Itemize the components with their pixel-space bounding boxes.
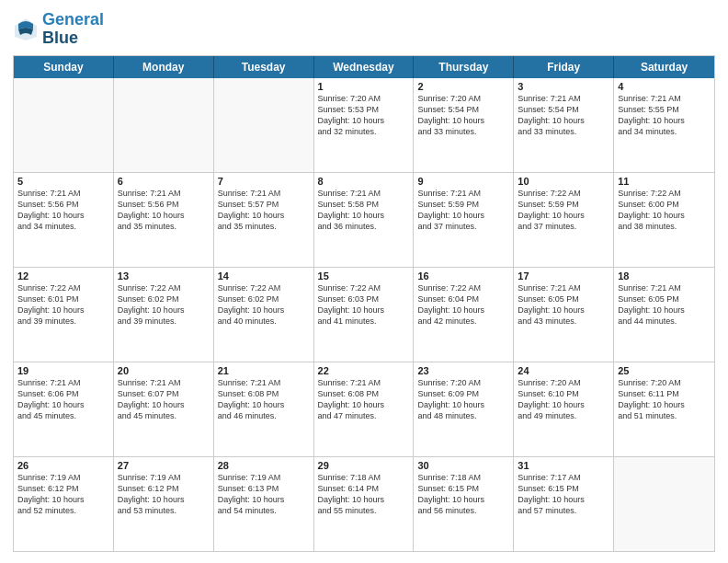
calendar-cell: 12Sunrise: 7:22 AM Sunset: 6:01 PM Dayli…	[14, 268, 114, 362]
calendar-cell: 5Sunrise: 7:21 AM Sunset: 5:56 PM Daylig…	[14, 173, 114, 267]
calendar-cell: 9Sunrise: 7:21 AM Sunset: 5:59 PM Daylig…	[414, 173, 514, 267]
calendar-week-4: 19Sunrise: 7:21 AM Sunset: 6:06 PM Dayli…	[14, 362, 714, 456]
day-info: Sunrise: 7:22 AM Sunset: 6:02 PM Dayligh…	[118, 282, 210, 327]
calendar-cell: 21Sunrise: 7:21 AM Sunset: 6:08 PM Dayli…	[214, 362, 314, 456]
day-number: 7	[218, 176, 310, 187]
day-number: 31	[518, 460, 609, 471]
day-number: 28	[218, 460, 310, 471]
calendar-cell: 29Sunrise: 7:18 AM Sunset: 6:14 PM Dayli…	[314, 457, 415, 551]
day-info: Sunrise: 7:21 AM Sunset: 5:56 PM Dayligh…	[17, 188, 109, 233]
header-day-saturday: Saturday	[614, 56, 714, 78]
day-info: Sunrise: 7:22 AM Sunset: 5:59 PM Dayligh…	[518, 188, 609, 233]
day-info: Sunrise: 7:17 AM Sunset: 6:15 PM Dayligh…	[518, 472, 609, 517]
calendar-cell: 1Sunrise: 7:20 AM Sunset: 5:53 PM Daylig…	[314, 78, 415, 172]
day-info: Sunrise: 7:19 AM Sunset: 6:12 PM Dayligh…	[118, 472, 210, 517]
calendar-cell: 26Sunrise: 7:19 AM Sunset: 6:12 PM Dayli…	[14, 457, 114, 551]
day-number: 27	[118, 460, 210, 471]
day-number: 15	[318, 270, 410, 282]
header-day-friday: Friday	[514, 56, 614, 78]
day-number: 2	[417, 81, 509, 92]
calendar-week-1: 1Sunrise: 7:20 AM Sunset: 5:53 PM Daylig…	[14, 78, 714, 172]
calendar-cell	[114, 78, 214, 172]
calendar-cell: 15Sunrise: 7:22 AM Sunset: 6:03 PM Dayli…	[314, 268, 415, 362]
day-number: 9	[417, 176, 509, 187]
calendar-cell: 24Sunrise: 7:20 AM Sunset: 6:10 PM Dayli…	[514, 362, 614, 456]
day-number: 1	[318, 81, 410, 92]
day-info: Sunrise: 7:21 AM Sunset: 5:54 PM Dayligh…	[518, 93, 609, 138]
calendar-cell: 27Sunrise: 7:19 AM Sunset: 6:12 PM Dayli…	[114, 457, 214, 551]
day-info: Sunrise: 7:21 AM Sunset: 5:55 PM Dayligh…	[618, 93, 711, 138]
day-info: Sunrise: 7:21 AM Sunset: 5:56 PM Dayligh…	[118, 188, 210, 233]
calendar-cell: 20Sunrise: 7:21 AM Sunset: 6:07 PM Dayli…	[114, 362, 214, 456]
day-number: 14	[218, 270, 310, 282]
calendar-cell: 13Sunrise: 7:22 AM Sunset: 6:02 PM Dayli…	[114, 268, 214, 362]
day-info: Sunrise: 7:22 AM Sunset: 6:03 PM Dayligh…	[318, 282, 410, 327]
day-info: Sunrise: 7:22 AM Sunset: 6:02 PM Dayligh…	[218, 282, 310, 327]
calendar-cell: 23Sunrise: 7:20 AM Sunset: 6:09 PM Dayli…	[414, 362, 514, 456]
calendar-cell: 22Sunrise: 7:21 AM Sunset: 6:08 PM Dayli…	[314, 362, 415, 456]
calendar-cell: 6Sunrise: 7:21 AM Sunset: 5:56 PM Daylig…	[114, 173, 214, 267]
day-info: Sunrise: 7:21 AM Sunset: 5:58 PM Dayligh…	[318, 188, 410, 233]
day-info: Sunrise: 7:21 AM Sunset: 6:05 PM Dayligh…	[618, 282, 711, 327]
header-day-thursday: Thursday	[414, 56, 514, 78]
page: General Blue SundayMondayTuesdayWednesda…	[0, 0, 728, 563]
calendar-cell: 4Sunrise: 7:21 AM Sunset: 5:55 PM Daylig…	[614, 78, 714, 172]
calendar-cell: 25Sunrise: 7:20 AM Sunset: 6:11 PM Dayli…	[614, 362, 714, 456]
day-number: 25	[618, 365, 711, 376]
calendar-cell: 11Sunrise: 7:22 AM Sunset: 6:00 PM Dayli…	[614, 173, 714, 267]
day-number: 26	[17, 460, 109, 471]
header-day-tuesday: Tuesday	[214, 56, 314, 78]
calendar-week-5: 26Sunrise: 7:19 AM Sunset: 6:12 PM Dayli…	[14, 456, 714, 551]
day-info: Sunrise: 7:20 AM Sunset: 5:53 PM Dayligh…	[318, 93, 410, 138]
day-number: 6	[118, 176, 210, 187]
day-info: Sunrise: 7:21 AM Sunset: 6:08 PM Dayligh…	[318, 377, 410, 422]
calendar-cell: 31Sunrise: 7:17 AM Sunset: 6:15 PM Dayli…	[514, 457, 614, 551]
logo-text: General Blue	[42, 11, 104, 48]
day-info: Sunrise: 7:21 AM Sunset: 6:05 PM Dayligh…	[518, 282, 609, 327]
calendar-body: 1Sunrise: 7:20 AM Sunset: 5:53 PM Daylig…	[14, 78, 714, 551]
calendar-cell: 18Sunrise: 7:21 AM Sunset: 6:05 PM Dayli…	[614, 268, 714, 362]
day-number: 5	[17, 176, 109, 187]
header-day-monday: Monday	[114, 56, 214, 78]
calendar-cell: 7Sunrise: 7:21 AM Sunset: 5:57 PM Daylig…	[214, 173, 314, 267]
calendar-cell: 28Sunrise: 7:19 AM Sunset: 6:13 PM Dayli…	[214, 457, 314, 551]
day-number: 4	[618, 81, 711, 92]
header: General Blue	[13, 11, 715, 48]
day-number: 11	[618, 176, 711, 187]
logo: General Blue	[13, 11, 104, 48]
day-info: Sunrise: 7:18 AM Sunset: 6:15 PM Dayligh…	[417, 472, 509, 517]
day-number: 3	[518, 81, 609, 92]
day-info: Sunrise: 7:21 AM Sunset: 6:06 PM Dayligh…	[17, 377, 109, 422]
day-number: 20	[118, 365, 210, 376]
day-number: 8	[318, 176, 410, 187]
calendar-week-3: 12Sunrise: 7:22 AM Sunset: 6:01 PM Dayli…	[14, 267, 714, 362]
day-info: Sunrise: 7:21 AM Sunset: 6:08 PM Dayligh…	[218, 377, 310, 422]
day-info: Sunrise: 7:21 AM Sunset: 5:59 PM Dayligh…	[417, 188, 509, 233]
day-info: Sunrise: 7:21 AM Sunset: 5:57 PM Dayligh…	[218, 188, 310, 233]
day-info: Sunrise: 7:19 AM Sunset: 6:13 PM Dayligh…	[218, 472, 310, 517]
calendar-cell	[614, 457, 714, 551]
day-number: 16	[417, 270, 509, 282]
day-number: 23	[417, 365, 509, 376]
day-info: Sunrise: 7:18 AM Sunset: 6:14 PM Dayligh…	[318, 472, 410, 517]
day-number: 13	[118, 270, 210, 282]
day-number: 10	[518, 176, 609, 187]
calendar-cell: 14Sunrise: 7:22 AM Sunset: 6:02 PM Dayli…	[214, 268, 314, 362]
day-number: 29	[318, 460, 410, 471]
day-number: 17	[518, 270, 609, 282]
day-number: 22	[318, 365, 410, 376]
logo-icon	[13, 17, 39, 42]
day-number: 21	[218, 365, 310, 376]
day-number: 19	[17, 365, 109, 376]
day-info: Sunrise: 7:22 AM Sunset: 6:04 PM Dayligh…	[417, 282, 509, 327]
day-info: Sunrise: 7:20 AM Sunset: 6:09 PM Dayligh…	[417, 377, 509, 422]
calendar: SundayMondayTuesdayWednesdayThursdayFrid…	[13, 55, 715, 552]
calendar-cell	[14, 78, 114, 172]
day-info: Sunrise: 7:20 AM Sunset: 6:11 PM Dayligh…	[618, 377, 711, 422]
calendar-cell: 30Sunrise: 7:18 AM Sunset: 6:15 PM Dayli…	[414, 457, 514, 551]
header-day-wednesday: Wednesday	[314, 56, 415, 78]
calendar-cell: 17Sunrise: 7:21 AM Sunset: 6:05 PM Dayli…	[514, 268, 614, 362]
day-number: 18	[618, 270, 711, 282]
calendar-cell: 2Sunrise: 7:20 AM Sunset: 5:54 PM Daylig…	[414, 78, 514, 172]
day-info: Sunrise: 7:22 AM Sunset: 6:01 PM Dayligh…	[17, 282, 109, 327]
